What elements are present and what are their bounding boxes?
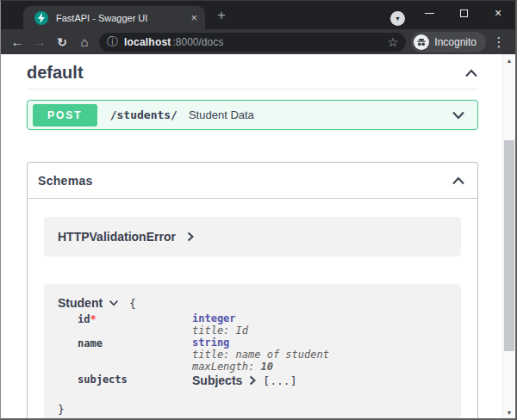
new-tab-button[interactable]: + <box>214 8 229 23</box>
scrollbar-thumb[interactable] <box>504 140 514 351</box>
chevron-right-icon[interactable] <box>249 375 256 386</box>
required-star: * <box>90 313 96 325</box>
property-definition: Subjects [...] <box>192 373 447 387</box>
incognito-badge: Incognito <box>411 32 486 52</box>
site-info-icon[interactable]: ⓘ <box>107 36 118 47</box>
endpoint-path: /students/ <box>110 108 178 121</box>
maximize-button[interactable] <box>446 1 481 25</box>
bookmark-star-icon[interactable]: ☆ <box>388 36 399 48</box>
property-definition: integer title: Id <box>192 312 447 337</box>
tab-title: FastAPI - Swagger UI <box>56 13 183 23</box>
home-button[interactable]: ⌂ <box>73 31 96 53</box>
close-brace-row: } <box>78 401 447 417</box>
property-name: id* <box>78 312 192 337</box>
model-httpvalidationerror[interactable]: HTTPValidationError <box>44 217 461 256</box>
minimize-button[interactable] <box>412 1 446 25</box>
property-name: name <box>78 337 192 373</box>
close-window-button[interactable]: × <box>481 1 515 25</box>
browser-toolbar: ← → ↻ ⌂ ⓘ localhost :8000/docs ☆ Incogni… <box>1 29 515 54</box>
property-definition: string title: name of student maxLength:… <box>192 337 447 373</box>
endpoint-summary: Student Data <box>189 108 254 121</box>
tab-fastapi-swagger[interactable]: FastAPI - Swagger UI × <box>23 6 205 29</box>
chevron-down-icon[interactable] <box>452 111 465 120</box>
forward-button[interactable]: → <box>28 31 51 53</box>
fastapi-favicon-icon <box>34 11 48 25</box>
student-properties: id* integer title: Id name string <box>78 312 447 417</box>
tag-header-default[interactable]: default <box>27 63 478 83</box>
tab-close-icon[interactable]: × <box>190 12 197 23</box>
endpoint-post-students[interactable]: POST /students/ Student Data <box>27 100 478 130</box>
open-brace: { <box>129 297 136 310</box>
vertical-scrollbar[interactable]: ▲ ▼ <box>502 54 515 418</box>
caret-down-icon: ▾ <box>396 15 399 22</box>
model-student: Student { id* integer title <box>44 284 461 418</box>
property-name: subjects <box>78 373 192 387</box>
schemas-body: HTTPValidationError Student { <box>28 199 477 418</box>
swagger-page: default POST /students/ Student Data Sch… <box>1 54 515 418</box>
collapsed-array-value[interactable]: [...] <box>263 374 296 387</box>
schemas-title: Schemas <box>38 174 93 188</box>
schemas-header[interactable]: Schemas <box>28 163 477 199</box>
back-button[interactable]: ← <box>6 31 28 53</box>
window-controls: × <box>412 1 515 25</box>
browser-window: FastAPI - Swagger UI × + ▾ × ← → ↻ ⌂ ⓘ l… <box>0 0 517 420</box>
address-bar[interactable]: ⓘ localhost :8000/docs ☆ <box>99 33 406 52</box>
browser-menu-button[interactable]: ⋮ <box>489 34 508 50</box>
tab-search-button[interactable]: ▾ <box>390 11 405 26</box>
incognito-icon <box>416 37 427 47</box>
subjects-model-link[interactable]: Subjects <box>192 374 242 387</box>
url-path: :8000/docs <box>172 36 223 48</box>
property-title: title: Id <box>192 324 447 337</box>
chevron-down-icon[interactable] <box>109 300 119 306</box>
property-row-name: name string title: name of student maxLe… <box>78 337 447 373</box>
page-content: default POST /students/ Student Data Sch… <box>1 54 502 418</box>
maximize-icon <box>460 9 468 17</box>
close-brace: } <box>58 403 65 416</box>
model-student-title-row[interactable]: Student { <box>58 296 447 310</box>
scroll-down-icon[interactable]: ▼ <box>503 406 515 418</box>
property-row-id: id* integer title: Id <box>78 312 447 337</box>
tag-title: default <box>27 63 84 83</box>
model-name: Student <box>58 296 103 310</box>
url-host: localhost <box>124 36 171 48</box>
method-badge: POST <box>33 104 97 127</box>
minimize-icon <box>425 13 434 14</box>
property-type: integer <box>192 312 447 324</box>
property-type: string <box>192 337 447 349</box>
model-name: HTTPValidationError <box>58 230 176 244</box>
incognito-avatar <box>414 34 429 50</box>
property-title: title: name of student <box>192 349 447 361</box>
chevron-up-icon[interactable] <box>464 69 478 77</box>
chevron-right-icon[interactable] <box>187 232 194 242</box>
property-maxlength: maxLength: 10 <box>192 361 447 373</box>
reload-button[interactable]: ↻ <box>51 31 73 53</box>
schemas-section: Schemas HTTPValidationError Stud <box>27 162 478 418</box>
tag-divider <box>27 89 478 90</box>
scroll-up-icon[interactable]: ▲ <box>503 54 515 66</box>
property-row-subjects: subjects Subjects [...] <box>78 373 447 387</box>
chevron-up-icon[interactable] <box>452 176 465 185</box>
incognito-label: Incognito <box>434 36 477 48</box>
tab-strip: FastAPI - Swagger UI × + ▾ × <box>1 1 515 29</box>
